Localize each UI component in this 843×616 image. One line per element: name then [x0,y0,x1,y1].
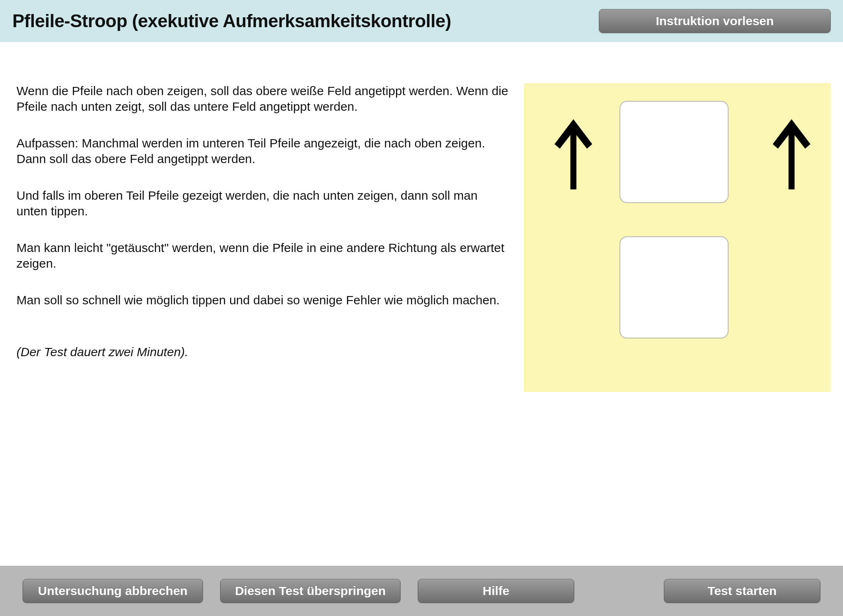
arrow-up-icon [769,114,814,192]
abort-examination-button[interactable]: Untersuchung abbrechen [23,579,203,603]
content-area: Wenn die Pfeile nach oben zeigen, soll d… [0,42,843,392]
instruction-paragraph: Wenn die Pfeile nach oben zeigen, soll d… [16,83,512,114]
instruction-paragraph: Man kann leicht "getäuscht" werden, wenn… [16,240,512,271]
instruction-paragraph: Man soll so schnell wie möglich tippen u… [16,292,512,308]
help-button[interactable]: Hilfe [418,579,574,603]
arrow-up-icon [551,114,596,192]
page-title: Pfleile-Stroop (exekutive Aufmerksamkeit… [12,11,451,31]
demo-panel [524,83,831,392]
start-test-button[interactable]: Test starten [664,579,820,603]
skip-test-button[interactable]: Diesen Test überspringen [220,579,401,603]
header-bar: Pfleile-Stroop (exekutive Aufmerksamkeit… [0,0,843,42]
instruction-paragraph: Und falls im oberen Teil Pfeile gezeigt … [16,188,512,219]
footer-toolbar: Untersuchung abbrechen Diesen Test übers… [0,566,843,616]
instructions-text: Wenn die Pfeile nach oben zeigen, soll d… [16,83,512,392]
instruction-paragraph: Aufpassen: Manchmal werden im unteren Te… [16,135,512,166]
tap-target-bottom[interactable] [619,236,729,338]
tap-target-top[interactable] [619,101,729,203]
test-duration-note: (Der Test dauert zwei Minuten). [16,344,512,360]
read-instructions-button[interactable]: Instruktion vorlesen [599,9,831,33]
